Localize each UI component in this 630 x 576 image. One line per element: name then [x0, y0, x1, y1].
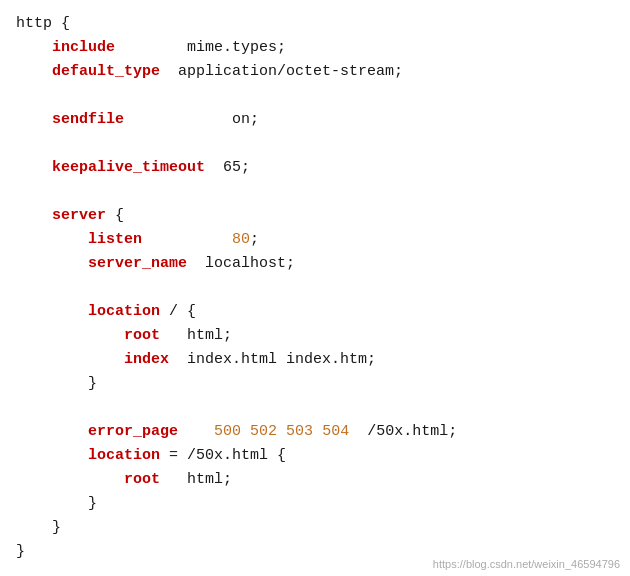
code-token: 503	[286, 423, 313, 440]
code-line: root html;	[16, 468, 614, 492]
code-token: }	[16, 375, 97, 392]
code-token	[178, 423, 214, 440]
code-token	[16, 255, 88, 272]
code-token: server_name	[88, 255, 187, 272]
code-line	[16, 180, 614, 204]
code-line: index index.html index.htm;	[16, 348, 614, 372]
code-token: mime.types;	[115, 39, 286, 56]
code-line: }	[16, 372, 614, 396]
code-token: root	[124, 471, 160, 488]
code-token: location	[88, 303, 160, 320]
code-token: error_page	[88, 423, 178, 440]
code-line: include mime.types;	[16, 36, 614, 60]
code-token: sendfile	[52, 111, 124, 128]
code-token	[142, 231, 232, 248]
code-token: 502	[250, 423, 277, 440]
code-token	[16, 159, 52, 176]
code-token	[16, 111, 52, 128]
code-token: index	[124, 351, 169, 368]
code-line: sendfile on;	[16, 108, 614, 132]
code-line: keepalive_timeout 65;	[16, 156, 614, 180]
code-line: location = /50x.html {	[16, 444, 614, 468]
code-token	[313, 423, 322, 440]
code-block: http { include mime.types; default_type …	[0, 0, 630, 576]
code-line: default_type application/octet-stream;	[16, 60, 614, 84]
code-line: http {	[16, 12, 614, 36]
code-token: 504	[322, 423, 349, 440]
code-token: include	[52, 39, 115, 56]
code-token: /50x.html;	[349, 423, 457, 440]
code-line: location / {	[16, 300, 614, 324]
code-token: ;	[250, 231, 259, 248]
code-token: 500	[214, 423, 241, 440]
code-token	[16, 351, 124, 368]
code-token	[241, 423, 250, 440]
code-token	[16, 471, 124, 488]
code-token: http {	[16, 15, 70, 32]
code-line: server {	[16, 204, 614, 228]
code-token: 80	[232, 231, 250, 248]
code-token: server	[52, 207, 106, 224]
code-token	[16, 303, 88, 320]
code-token	[16, 39, 52, 56]
code-token: localhost;	[187, 255, 295, 272]
code-token: / {	[160, 303, 196, 320]
code-token: listen	[88, 231, 142, 248]
code-line: }	[16, 516, 614, 540]
code-token	[16, 207, 52, 224]
code-token: html;	[160, 327, 232, 344]
code-token: root	[124, 327, 160, 344]
code-token: index.html index.htm;	[169, 351, 376, 368]
code-line: root html;	[16, 324, 614, 348]
code-token: 65;	[205, 159, 250, 176]
code-line: error_page 500 502 503 504 /50x.html;	[16, 420, 614, 444]
code-token	[16, 231, 88, 248]
code-token	[16, 423, 88, 440]
code-token: }	[16, 495, 97, 512]
code-token: application/octet-stream;	[160, 63, 403, 80]
code-line	[16, 84, 614, 108]
code-token	[277, 423, 286, 440]
code-line	[16, 132, 614, 156]
code-token: }	[16, 543, 25, 560]
code-line	[16, 276, 614, 300]
code-token: {	[106, 207, 124, 224]
code-token	[16, 63, 52, 80]
code-token: location	[88, 447, 160, 464]
code-token: html;	[160, 471, 232, 488]
code-token: on;	[124, 111, 259, 128]
code-token: = /50x.html {	[160, 447, 286, 464]
code-line	[16, 396, 614, 420]
code-token	[16, 327, 124, 344]
code-token	[16, 447, 88, 464]
code-content: http { include mime.types; default_type …	[16, 12, 614, 564]
code-line: server_name localhost;	[16, 252, 614, 276]
code-line: listen 80;	[16, 228, 614, 252]
code-token: }	[16, 519, 61, 536]
code-token: default_type	[52, 63, 160, 80]
watermark: https://blog.csdn.net/weixin_46594796	[433, 556, 620, 574]
code-token: keepalive_timeout	[52, 159, 205, 176]
code-line: }	[16, 492, 614, 516]
